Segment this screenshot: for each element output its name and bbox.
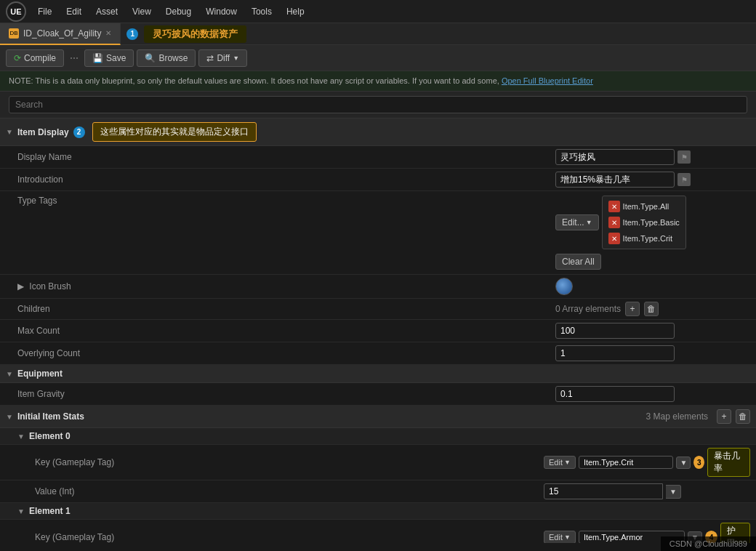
introduction-flag[interactable]: ⚑ [677,173,691,186]
toolbar-dots[interactable]: ⋯ [67,50,81,66]
element-0-int-input[interactable] [544,483,663,499]
open-blueprint-link[interactable]: Open Full Blueprint Editor [502,76,593,85]
max-count-label: Max Count [17,326,555,336]
element-0-key-row: Key (Gameplay Tag) Edit ▼ ▼ 3 暴击几率 [0,445,756,480]
children-row: Children 0 Array elements + 🗑 [0,299,756,320]
item-display-section-header[interactable]: ▼ Item Display 2 这些属性对应的其实就是物品定义接口 [0,118,756,146]
type-tags-label: Type Tags [17,196,555,206]
introduction-input[interactable] [555,172,675,188]
tag-item-2: ✕ Item.Type.Crit [606,231,683,246]
toolbar: ⟳ Compile ⋯ 💾 Save 🔍 Browse ⇄ Diff ▼ [0,45,756,71]
introduction-row: Introduction ⚑ [0,169,756,191]
initial-stats-map-label: 3 Map elements [646,411,708,422]
menu-window[interactable]: Window [200,5,243,18]
equipment-arrow: ▼ [6,370,13,378]
menu-edit[interactable]: Edit [60,5,87,18]
children-add-btn[interactable]: + [625,302,640,316]
element-1-key-row: Key (Gameplay Tag) Edit ▼ ▼ 4 护甲 [0,520,756,543]
ue-logo: UE [6,1,26,22]
note-bar: NOTE: This is a data only blueprint, so … [0,71,756,92]
overlying-count-input[interactable] [555,345,675,361]
element-1-key-label: Key (Gameplay Tag) [35,532,544,542]
element-1-arrow: ▼ [17,507,25,515]
menu-debug[interactable]: Debug [160,5,197,18]
children-delete-btn[interactable]: 🗑 [644,302,659,316]
diff-chevron: ▼ [233,55,239,62]
icon-brush-arrow[interactable]: ▶ [17,281,24,291]
search-bar [0,92,756,118]
max-count-row: Max Count [0,320,756,342]
display-name-value-area: ⚑ [555,149,750,165]
element-0-int-dropdown[interactable]: ▼ [666,485,681,499]
equipment-title: Equipment [17,369,63,379]
element-0-key-label: Key (Gameplay Tag) [35,457,544,467]
menu-view[interactable]: View [126,5,157,18]
tag-text-1: Item.Type.Basic [623,218,680,227]
element-1-edit-btn[interactable]: Edit ▼ [544,531,576,543]
display-name-label: Display Name [17,152,555,162]
clear-all-button[interactable]: Clear All [555,254,601,270]
tag-item-0: ✕ Item.Type.All [606,199,683,214]
browse-icon: 🔍 [145,53,156,63]
tab-close-icon[interactable]: ✕ [105,29,111,37]
tag-remove-1[interactable]: ✕ [608,217,620,228]
item-gravity-row: Item Gravity [0,383,756,406]
watermark-text: CSDN @Cloudhui989 [669,539,747,548]
menu-tools[interactable]: Tools [246,5,278,18]
icon-brush-label: ▶ Icon Brush [17,281,555,291]
compile-button[interactable]: ⟳ Compile [6,49,64,67]
element-0-edit-btn[interactable]: Edit ▼ [544,456,576,469]
equipment-section-header[interactable]: ▼ Equipment [0,365,756,383]
item-gravity-input[interactable] [555,386,675,402]
element-0-key-value-area: Edit ▼ ▼ 3 暴击几率 [544,448,750,477]
bottom-bar: CSDN @Cloudhui989 [661,536,756,551]
type-tags-edit-btn[interactable]: Edit... ▼ [555,214,599,230]
introduction-value-area: ⚑ [555,172,750,188]
browse-label: Browse [158,53,188,63]
tab-id-cloak[interactable]: DB ID_Cloak_Of_Agility ✕ [0,23,121,45]
item-gravity-value-area [555,386,750,402]
save-icon: 💾 [92,53,103,63]
element-0-tag-input[interactable] [579,456,673,469]
element-0-title: Element 0 [29,431,71,441]
element-0-gameplay-tag: Edit ▼ ▼ 3 暴击几率 [544,448,750,477]
initial-item-stats-header[interactable]: ▼ Initial Item Stats 3 Map elements + 🗑 [0,406,756,428]
element-0-dropdown[interactable]: ▼ [676,457,691,469]
search-input[interactable] [9,96,747,113]
compile-icon: ⟳ [14,53,21,63]
save-button[interactable]: 💾 Save [84,49,134,67]
tag-text-0: Item.Type.All [623,202,669,211]
initial-stats-arrow: ▼ [6,413,13,421]
element-0-header[interactable]: ▼ Element 0 [0,428,756,445]
tab-label: ID_Cloak_Of_Agility [23,28,101,39]
display-name-input[interactable] [555,149,675,165]
children-label: Children [17,304,555,314]
element-0-value-row: Value (Int) ▼ [0,480,756,503]
initial-stats-title: Initial Item Stats [17,411,84,422]
main-content: ▼ Item Display 2 这些属性对应的其实就是物品定义接口 Displ… [0,118,756,543]
type-tags-area: Edit... ▼ ✕ Item.Type.All ✕ Item.Type.Ba… [555,196,750,270]
menu-help[interactable]: Help [281,5,310,18]
title-bar: UE File Edit Asset View Debug Window Too… [0,0,756,23]
icon-brush-preview [555,278,573,295]
element-0-value-area: ▼ [544,483,750,499]
tag-text-2: Item.Type.Crit [623,234,672,243]
children-count: 0 Array elements [555,304,621,314]
item-display-tooltip: 这些属性对应的其实就是物品定义接口 [92,122,257,142]
menu-asset[interactable]: Asset [90,5,124,18]
element-1-header[interactable]: ▼ Element 1 [0,503,756,520]
menu-file[interactable]: File [32,5,57,18]
item-display-arrow: ▼ [6,128,13,136]
tag-remove-0[interactable]: ✕ [608,201,620,212]
display-name-flag[interactable]: ⚑ [677,150,691,164]
tag-remove-2[interactable]: ✕ [608,233,620,244]
initial-stats-delete-btn[interactable]: 🗑 [736,409,750,424]
overlying-count-label: Overlying Count [17,348,555,358]
menu-bar: File Edit Asset View Debug Window Tools … [32,5,750,18]
type-tags-top: Edit... ▼ ✕ Item.Type.All ✕ Item.Type.Ba… [555,196,750,249]
item-gravity-label: Item Gravity [17,389,555,399]
initial-stats-add-btn[interactable]: + [717,409,731,424]
browse-button[interactable]: 🔍 Browse [137,49,196,67]
max-count-input[interactable] [555,323,675,339]
diff-button[interactable]: ⇄ Diff ▼ [198,49,247,67]
